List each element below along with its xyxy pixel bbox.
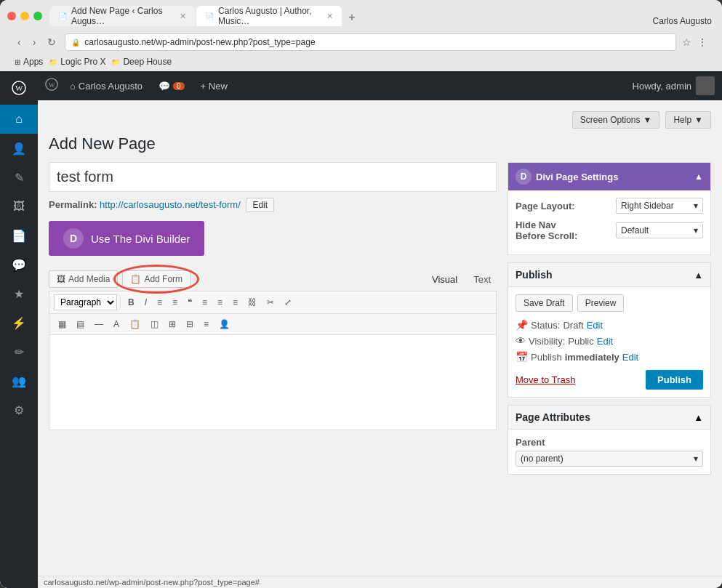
bookmark-icon[interactable]: ☆ — [682, 36, 691, 48]
ordered-list-button[interactable]: ≡ — [168, 295, 182, 310]
new-tab-button[interactable]: + — [343, 9, 361, 26]
divi-builder-button[interactable]: D Use The Divi Builder — [49, 221, 204, 256]
sidebar-item-profile[interactable]: 👤 — [0, 134, 38, 163]
sidebar-item-tools[interactable]: ✏ — [0, 337, 38, 366]
sidebar-item-plugins[interactable]: ⚡ — [0, 308, 38, 337]
sidebar-item-posts[interactable]: ✎ — [0, 163, 38, 192]
add-form-button[interactable]: 📋 Add Form — [122, 270, 190, 288]
save-draft-button[interactable]: Save Draft — [516, 294, 573, 312]
tab-text[interactable]: Text — [468, 272, 497, 287]
table-button-2[interactable]: ▤ — [72, 317, 89, 331]
add-media-button[interactable]: 🖼 Add Media — [49, 270, 118, 288]
wp-logo[interactable]: W — [0, 71, 38, 105]
bookmark-deep-house[interactable]: 📁 Deep House — [111, 57, 172, 67]
page-title-input[interactable] — [49, 162, 497, 192]
minimize-button[interactable] — [20, 12, 29, 20]
bookmark-logic-label: Logic Pro X — [60, 57, 105, 67]
table-button[interactable]: ▦ — [54, 317, 71, 331]
wp-editor-wrapper: Paragraph B I ≡ ≡ ❝ ≡ ≡ ≡ — [49, 291, 497, 430]
adminbar-right: Howdy, admin — [633, 76, 715, 95]
adminbar-howdy[interactable]: Howdy, admin — [633, 76, 715, 95]
page-layout-select[interactable]: Right Sidebar ▾ — [616, 198, 703, 214]
unordered-list-button[interactable]: ≡ — [153, 295, 167, 310]
wp-editor-sidebar: D Divi Page Settings ▲ Page Layout: — [508, 162, 711, 565]
bookmark-apps[interactable]: ⊞ Apps — [15, 57, 43, 67]
tab-visual[interactable]: Visual — [426, 272, 463, 287]
add-form-label: Add Form — [144, 274, 182, 284]
publish-time-label: Publish — [531, 352, 562, 363]
columns-button[interactable]: ◫ — [146, 317, 163, 331]
sidebar-item-dashboard[interactable]: ⌂ — [0, 105, 38, 134]
grid-button[interactable]: ⊞ — [164, 317, 180, 331]
adminbar-comments[interactable]: 💬 0 — [154, 71, 189, 100]
visibility-row: 👁 Visibility: Public Edit — [516, 335, 703, 347]
maximize-button[interactable] — [33, 12, 42, 20]
sidebar-item-appearance[interactable]: ★ — [0, 279, 38, 308]
status-label: Status: — [531, 320, 560, 331]
bold-button[interactable]: B — [124, 295, 139, 310]
unlink-button[interactable]: ✂ — [262, 295, 278, 310]
tab-page-icon-2: 📄 — [205, 12, 214, 20]
wp-page-header: Screen Options ▼ Help ▼ — [49, 111, 711, 129]
align-right-button[interactable]: ≡ — [228, 295, 242, 310]
status-edit-link[interactable]: Edit — [587, 320, 603, 331]
hr-button[interactable]: — — [90, 317, 108, 331]
italic-button[interactable]: I — [140, 295, 151, 310]
reload-button[interactable]: ↻ — [44, 35, 59, 49]
forward-button[interactable]: › — [30, 35, 39, 49]
adminbar-home-icon: ⌂ — [70, 81, 76, 92]
sidebar-item-comments[interactable]: 💬 — [0, 250, 38, 279]
sidebar-item-users[interactable]: 👥 — [0, 366, 38, 395]
help-button[interactable]: Help ▼ — [665, 111, 711, 129]
align-center-button[interactable]: ≡ — [213, 295, 227, 310]
screen-options-button[interactable]: Screen Options ▼ — [572, 111, 660, 129]
browser-user-info: Carlos Augusto — [653, 16, 715, 26]
list-button[interactable]: ≡ — [199, 317, 213, 331]
align-left-button[interactable]: ≡ — [198, 295, 212, 310]
person-button[interactable]: 👤 — [214, 317, 234, 331]
wp-editor-main: Permalink: http://carlosaugusto.net/test… — [49, 162, 497, 565]
close-button[interactable] — [7, 12, 16, 20]
publish-toggle[interactable]: ▲ — [694, 270, 703, 281]
adminbar-site-name[interactable]: ⌂ Carlos Augusto — [65, 71, 147, 100]
menu-icon[interactable]: ⋮ — [697, 36, 707, 48]
tab-close-icon[interactable]: ✕ — [180, 12, 186, 21]
adminbar-new[interactable]: + New — [196, 71, 232, 100]
svg-text:W: W — [49, 81, 55, 88]
link-button[interactable]: ⛓ — [244, 295, 261, 310]
paragraph-select[interactable]: Paragraph — [54, 294, 117, 310]
browser-tab-2[interactable]: 📄 Carlos Augusto | Author, Music… ✕ — [196, 6, 342, 26]
tab-label-active: Add New Page ‹ Carlos Augus… — [71, 6, 171, 26]
back-button[interactable]: ‹ — [15, 35, 24, 49]
publish-button[interactable]: Publish — [646, 370, 703, 390]
wp-editor-content[interactable] — [49, 335, 496, 430]
browser-tab-active[interactable]: 📄 Add New Page ‹ Carlos Augus… ✕ — [49, 6, 195, 26]
table-insert-button[interactable]: ⊟ — [182, 317, 198, 331]
sidebar-item-pages[interactable]: 📄 — [0, 221, 38, 250]
paste-button[interactable]: 📋 — [125, 317, 145, 331]
permalink-url[interactable]: http://carlosaugusto.net/test-form/ — [100, 199, 241, 210]
address-bar[interactable]: 🔒 carlosaugusto.net/wp-admin/post-new.ph… — [65, 33, 676, 51]
parent-select[interactable]: (no parent) ▾ — [516, 451, 703, 467]
fullscreen-button[interactable]: ⤢ — [280, 295, 296, 310]
sidebar-item-settings[interactable]: ⚙ — [0, 395, 38, 424]
lock-icon: 🔒 — [71, 39, 80, 47]
move-to-trash-button[interactable]: Move to Trash — [516, 374, 575, 385]
hide-nav-select[interactable]: Default ▾ — [616, 222, 703, 238]
text-color-button[interactable]: A — [109, 317, 124, 331]
tab-close-icon-2[interactable]: ✕ — [326, 12, 333, 21]
publish-time-edit-link[interactable]: Edit — [622, 352, 638, 363]
preview-button[interactable]: Preview — [577, 294, 625, 312]
page-attributes-toggle[interactable]: ▲ — [694, 412, 703, 423]
visibility-edit-link[interactable]: Edit — [597, 336, 613, 347]
browser-window: 📄 Add New Page ‹ Carlos Augus… ✕ 📄 Carlo… — [0, 0, 722, 588]
tab-page-icon: 📄 — [58, 12, 67, 20]
blockquote-button[interactable]: ❝ — [183, 295, 196, 310]
wp-permalink: Permalink: http://carlosaugusto.net/test… — [49, 198, 497, 212]
sidebar-item-media[interactable]: 🖼 — [0, 192, 38, 221]
browser-titlebar: 📄 Add New Page ‹ Carlos Augus… ✕ 📄 Carlo… — [7, 6, 715, 26]
divi-settings-toggle[interactable]: ▲ — [694, 172, 703, 182]
wp-adminbar-logo[interactable]: W — [45, 78, 58, 94]
permalink-edit-button[interactable]: Edit — [246, 198, 274, 212]
bookmark-logic-pro[interactable]: 📁 Logic Pro X — [49, 57, 105, 67]
